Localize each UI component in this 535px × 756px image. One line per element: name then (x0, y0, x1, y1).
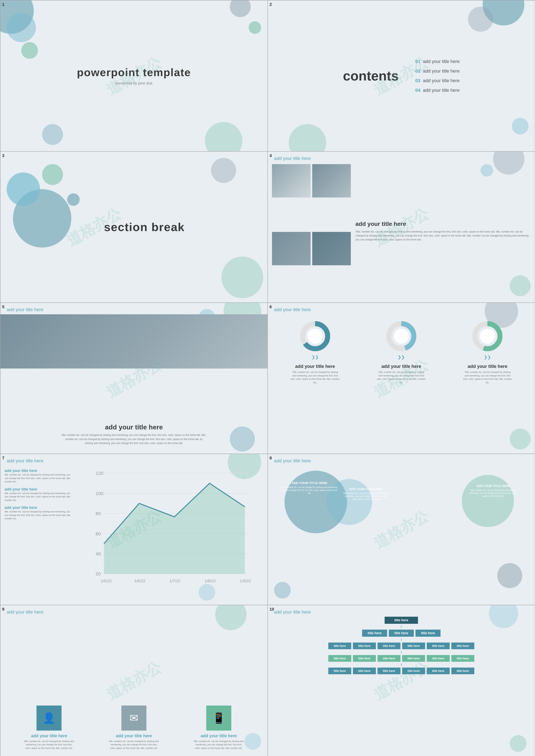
slide-number-2: 2 (269, 2, 272, 7)
svg-text:1/9/22: 1/9/22 (240, 579, 251, 583)
svg-marker-21 (104, 483, 245, 574)
bubble-deco (221, 257, 263, 298)
org-connector (401, 626, 402, 628)
donut-3 (471, 320, 504, 353)
text-item-3-body: title, number etc. can be changed by cli… (5, 510, 71, 520)
org-box-2-6: title here (451, 643, 474, 649)
watermark: 道格亦公 (103, 657, 165, 704)
slide-9: 9 道格亦公 add your title here 👤 add your ti… (0, 605, 268, 756)
org-box-4-6: title here (451, 668, 474, 674)
icon-2-body: title, number etc. can be changed by cli… (108, 740, 160, 750)
text-item-3: add your title here title, number etc. c… (5, 506, 71, 520)
slide-7-content: add your title here title, number etc. c… (5, 466, 263, 601)
slide-7-text-items: add your title here title, number etc. c… (5, 466, 71, 601)
org-row-1: title here title here title here (362, 630, 440, 637)
org-box-3-2: title here (353, 655, 376, 662)
org-box-2-4: title here (402, 643, 425, 649)
svg-point-8 (480, 329, 495, 344)
org-box-2-2: title here (353, 643, 376, 649)
org-connector (401, 638, 402, 641)
org-row-3: title here title here title here title h… (328, 655, 474, 662)
slide-8-title: add your title here (274, 458, 311, 463)
text-item-1: add your title here title, number etc. c… (5, 469, 71, 484)
img-1 (272, 164, 311, 198)
bubble-main-3 (462, 475, 514, 527)
slide-number-10: 10 (269, 607, 274, 612)
chevron-icon-1: ❯❯ (312, 354, 319, 359)
bubble-deco (215, 605, 246, 630)
slide-number-8: 8 (269, 456, 272, 461)
org-chart: title here title here title here title h… (272, 617, 531, 752)
org-box-3-3: title here (378, 655, 401, 662)
slide-6: 6 道格亦公 add your title here ❯❯ add your t… (268, 303, 535, 454)
svg-point-2 (308, 329, 323, 344)
chart-3-label: add your title here (467, 364, 507, 369)
icon-3-body: title, number etc. can be changed by cli… (193, 740, 245, 750)
contents-item-1: 01add your title here (415, 59, 460, 64)
svg-text:1/7/22: 1/7/22 (169, 579, 181, 583)
slide-7: 7 道格亦公 add your title here add your titl… (0, 454, 268, 605)
org-row-4: title here title here title here title h… (328, 668, 474, 674)
org-connector (401, 651, 402, 654)
bubble-deco (468, 7, 493, 32)
svg-text:20: 20 (96, 571, 101, 576)
svg-text:120: 120 (96, 471, 103, 476)
bubble-deco (7, 13, 36, 42)
svg-text:40: 40 (96, 551, 101, 556)
org-box-4-5: title here (427, 668, 450, 674)
slide-4-content-title: add your title here (355, 221, 531, 227)
slide-4-title: add your title here (274, 156, 311, 161)
section-break-text: section break (104, 220, 184, 234)
slide-7-title: add your title here (7, 458, 43, 463)
slide-10: 10 道格亦公 add your title here title here t… (268, 605, 535, 756)
bubble-deco (21, 42, 38, 59)
slide-4: 4 道格亦公 add your title here add your titl… (268, 152, 535, 303)
svg-text:60: 60 (96, 531, 101, 536)
slide-number-6: 6 (269, 304, 272, 309)
text-item-1-title: add your title here (5, 469, 71, 473)
bubble-deco (42, 124, 63, 145)
org-row-2: title here title here title here title h… (328, 643, 474, 649)
slide-5-content-title: add your title here (0, 423, 268, 431)
org-box-4-2: title here (353, 668, 376, 674)
chart-2-label: add your title here (381, 364, 421, 369)
slide-5-content-body: title, number etc. can be changed by cli… (61, 433, 207, 445)
slide-7-chart: 120 100 80 60 40 20 (75, 466, 263, 601)
bubble-deco (230, 0, 251, 17)
slide-1: 1 道格亦公 powerpoint template presented by … (0, 0, 268, 152)
bubble-deco (205, 122, 242, 152)
bubble-deco (67, 193, 80, 206)
slide-8: 8 道格亦公 add your title here ADD YOUR TITL… (268, 454, 535, 605)
svg-text:1/8/22: 1/8/22 (205, 579, 216, 583)
icon-1-title: add your title here (31, 734, 67, 738)
chevron-icon-3: ❯❯ (484, 354, 491, 359)
chart-2-body: Title, number etc. can be changed by cli… (376, 370, 426, 384)
bubble-deco (211, 158, 236, 183)
icon-1-body: title, number etc. can be changed by cli… (23, 740, 75, 750)
icon-3-title: add your title here (201, 734, 237, 738)
bubble-deco (42, 164, 63, 185)
chart-item-1: ❯❯ add your title here Title, number etc… (290, 320, 340, 384)
svg-text:1/5/22: 1/5/22 (100, 579, 112, 583)
slide-2-heading: contents (343, 68, 399, 84)
img-3 (272, 232, 311, 265)
org-box-2-3: title here (378, 643, 401, 649)
slide-4-content-body: Title, number etc. can be changed by cli… (355, 230, 531, 242)
org-box-3-6: title here (451, 655, 474, 662)
org-box-4-4: title here (402, 668, 425, 674)
org-row-root: title here (385, 617, 418, 624)
chart-1-label: add your title here (295, 364, 335, 369)
icon-2-title: add your title here (116, 734, 152, 738)
org-box-1-2: title here (389, 630, 414, 637)
text-item-3-title: add your title here (5, 506, 71, 510)
org-box-3-4: title here (402, 655, 425, 662)
slide-3: 3 道格亦公 section break (0, 152, 268, 303)
text-item-1-body: title, number etc. can be changed by cli… (5, 473, 71, 484)
icon-item-3: 📱 add your title here title, number etc.… (193, 706, 245, 750)
bubble-deco (512, 118, 528, 134)
slide-5: 5 道格亦公 add your title here add your titl… (0, 303, 268, 454)
donut-1 (298, 320, 332, 353)
svg-text:1/6/22: 1/6/22 (134, 579, 145, 583)
slide-4-text: add your title here Title, number etc. c… (355, 164, 531, 298)
slide-4-images (272, 164, 351, 298)
